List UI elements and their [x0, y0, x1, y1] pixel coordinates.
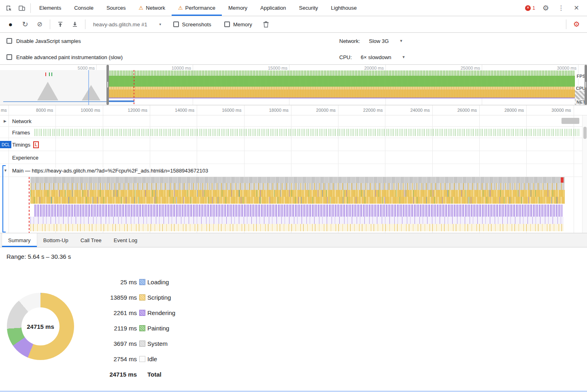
collapse-arrow-icon[interactable]: ▶	[4, 119, 6, 123]
timings-track-label: Timings	[12, 141, 32, 147]
selection-left-line	[2, 165, 3, 232]
legend-label: Total	[147, 371, 175, 378]
overview-right-handle[interactable]	[585, 65, 587, 105]
long-task-marker-line	[29, 177, 30, 233]
profile-select-value: heavy-ads.glitch.me #1	[93, 21, 147, 28]
gear-icon: ⚙	[542, 4, 549, 12]
chevron-down-icon: ▼	[399, 39, 403, 43]
toolbar-divider	[85, 19, 85, 29]
tab-label: Elements	[39, 5, 61, 11]
more-options-button[interactable]: ⋮	[555, 2, 568, 14]
overview-left-handle[interactable]	[106, 65, 109, 105]
ruler-tick-label: 18000 ms	[255, 108, 289, 113]
reload-icon: ↻	[22, 21, 28, 28]
error-count: 1	[532, 5, 535, 11]
more-vert-icon: ⋮	[558, 5, 564, 11]
flame-row-sparse-rendering	[30, 217, 564, 224]
tab-application[interactable]: Application	[254, 0, 293, 16]
dcl-marker[interactable]: DCL	[0, 141, 11, 148]
main-flame-chart[interactable]	[0, 177, 587, 233]
overview-load-marker	[134, 70, 134, 105]
timeline-overview[interactable]: FPS CPU NET 5000 ms10000 ms15000 ms20000…	[0, 65, 587, 105]
tab-console[interactable]: Console	[68, 0, 100, 16]
overview-dimmed-region	[0, 70, 108, 105]
tab-lighthouse[interactable]: Lighthouse	[325, 0, 364, 16]
device-toolbar-icon	[18, 4, 26, 12]
save-profile-button[interactable]	[68, 18, 81, 30]
paint-instrumentation-label: Enable advanced paint instrumentation (s…	[16, 54, 123, 60]
inspect-element-button[interactable]	[2, 2, 15, 14]
summary-legend: 25 ms Loading 13859 ms Scripting 2261 ms…	[92, 274, 175, 382]
option-row-paint: Enable advanced paint instrumentation (s…	[0, 49, 587, 65]
dtab-label: Event Log	[114, 237, 138, 243]
delete-recording-button[interactable]	[259, 18, 272, 30]
gear-icon: ⚙	[573, 21, 580, 28]
tab-label: Memory	[228, 5, 247, 11]
tab-elements[interactable]: Elements	[33, 0, 68, 16]
ruler-tick-label: 8000 ms	[20, 108, 53, 113]
clear-recording-button[interactable]: ⊘	[33, 18, 46, 30]
record-button[interactable]: ●	[4, 18, 17, 30]
capture-settings-button[interactable]: ⚙	[570, 18, 583, 30]
capture-options: Disable JavaScript samples Network: Slow…	[0, 33, 587, 65]
profile-select[interactable]: heavy-ads.glitch.me #1 ▼	[89, 21, 166, 28]
cpu-throttle-select[interactable]: CPU: 6× slowdown ▼	[339, 49, 406, 65]
tab-call-tree[interactable]: Call Tree	[74, 233, 108, 247]
drawer-resize-accent[interactable]	[0, 391, 587, 392]
screenshots-checkbox[interactable]	[173, 21, 179, 27]
frames-activity[interactable]	[34, 129, 580, 136]
track-timings: DCL Timings L	[0, 138, 587, 151]
dtab-label: Bottom-Up	[43, 237, 68, 243]
network-track-scrollbar[interactable]	[561, 118, 579, 124]
tabbar-right-controls: ✕ 1 ⚙ ⋮ ✕	[523, 2, 587, 14]
scrollbar-thumb[interactable]	[583, 127, 587, 139]
flame-row-scripting	[30, 190, 565, 197]
warning-icon: ⚠	[139, 5, 144, 11]
memory-checkbox[interactable]	[224, 21, 230, 27]
fps-area	[108, 76, 575, 87]
network-throttle-select[interactable]: Network: Slow 3G ▼	[339, 33, 403, 49]
overview-cpu-hump	[37, 82, 58, 100]
load-event-marker[interactable]: L	[33, 141, 39, 148]
tab-network[interactable]: ⚠Network	[132, 0, 172, 16]
tab-summary[interactable]: Summary	[2, 233, 37, 247]
device-toolbar-button[interactable]	[15, 2, 28, 14]
overview-tick-label: 15000 ms	[256, 66, 287, 70]
tab-security[interactable]: Security	[293, 0, 325, 16]
expand-arrow-icon[interactable]: ▼	[4, 168, 7, 173]
legend-time: 2261 ms	[92, 309, 137, 316]
summary-donut: 24715 ms	[7, 293, 74, 360]
legend-time: 24715 ms	[92, 371, 137, 378]
memory-label: Memory	[233, 21, 252, 28]
track-main-header[interactable]: ▼ Main — https://heavy-ads.glitch.me/?ad…	[0, 164, 587, 177]
vertical-scrollbar[interactable]	[582, 115, 587, 233]
cpu-spikes	[108, 87, 575, 89]
legend-row-scripting: 13859 ms Scripting	[92, 290, 175, 305]
devtools-tabbar: Elements Console Sources ⚠Network ⚠Perfo…	[0, 0, 587, 16]
tab-memory[interactable]: Memory	[222, 0, 254, 16]
tab-event-log[interactable]: Event Log	[108, 233, 144, 247]
tab-label: Security	[299, 5, 318, 11]
toolbar-divider	[50, 19, 50, 29]
summary-panel: Range: 5.64 s – 30.36 s 24715 ms 25 ms L…	[0, 247, 587, 392]
dtab-label: Summary	[8, 237, 31, 243]
tab-performance[interactable]: ⚠Performance	[172, 0, 222, 16]
paint-instrumentation-checkbox[interactable]	[6, 54, 12, 60]
overview-tick-label: 10000 ms	[160, 66, 191, 70]
legend-row-system: 3697 ms System	[92, 336, 175, 351]
close-devtools-button[interactable]: ✕	[570, 2, 583, 14]
settings-button[interactable]: ⚙	[539, 2, 552, 14]
tab-bottom-up[interactable]: Bottom-Up	[37, 233, 74, 247]
tab-sources[interactable]: Sources	[100, 0, 132, 16]
load-profile-button[interactable]	[54, 18, 67, 30]
disable-js-samples-checkbox[interactable]	[6, 38, 12, 44]
reload-and-record-button[interactable]: ↻	[19, 18, 32, 30]
screenshots-toggle: Screenshots	[168, 21, 217, 28]
overview-red-tick	[45, 72, 46, 76]
panel-tabs: Elements Console Sources ⚠Network ⚠Perfo…	[33, 0, 363, 16]
ruler-tick-label: 24000 ms	[397, 108, 430, 113]
long-task-red-segment	[561, 177, 564, 183]
cpu-throttle-value: 6× slowdown	[361, 54, 391, 60]
chevron-down-icon: ▼	[402, 55, 406, 59]
error-count-badge[interactable]: ✕ 1	[523, 5, 537, 11]
